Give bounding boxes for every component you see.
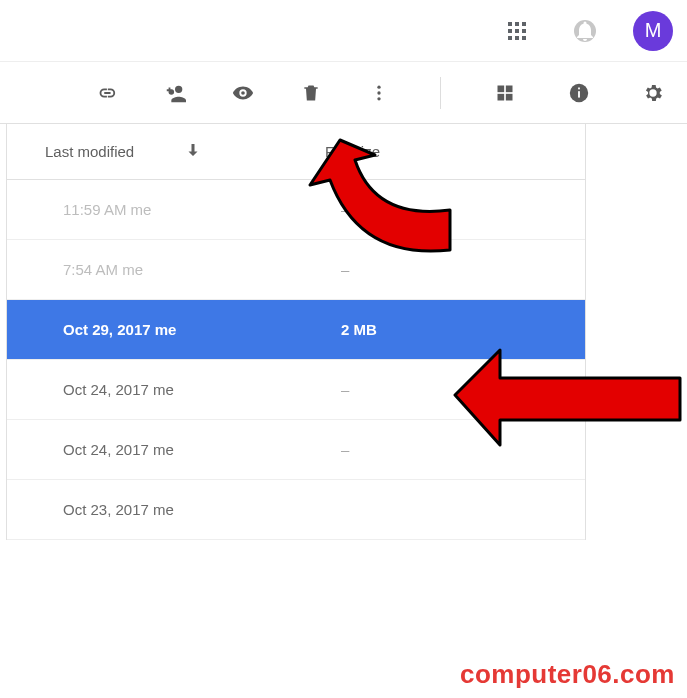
header-bar: M	[0, 0, 687, 62]
svg-rect-8	[522, 36, 526, 40]
preview-button[interactable]	[228, 75, 258, 111]
svg-rect-19	[578, 87, 580, 89]
row-size: –	[341, 201, 585, 218]
table-row[interactable]: Oct 29, 2017 me2 MB	[7, 300, 585, 360]
table-row[interactable]: Oct 24, 2017 me–	[7, 360, 585, 420]
row-size: –	[341, 261, 585, 278]
settings-button[interactable]	[635, 75, 671, 111]
svg-rect-2	[522, 22, 526, 26]
column-header-size[interactable]: File size	[325, 143, 585, 160]
row-size: –	[341, 381, 585, 398]
svg-point-10	[377, 85, 380, 88]
svg-rect-0	[508, 22, 512, 26]
column-header-modified-label: Last modified	[45, 143, 134, 160]
column-header-size-label: File size	[325, 143, 380, 160]
list-header: Last modified File size	[7, 124, 585, 180]
svg-rect-1	[515, 22, 519, 26]
apps-icon[interactable]	[497, 11, 537, 51]
table-row[interactable]: Oct 24, 2017 me–	[7, 420, 585, 480]
table-row[interactable]: Oct 23, 2017 me	[7, 480, 585, 540]
svg-rect-13	[498, 85, 505, 92]
svg-point-12	[377, 97, 380, 100]
table-row[interactable]: 11:59 AM me–	[7, 180, 585, 240]
svg-rect-18	[578, 91, 580, 97]
row-size: 2 MB	[341, 321, 585, 338]
watermark: computer06.com	[460, 659, 675, 690]
more-actions-button[interactable]	[364, 75, 394, 111]
toolbar-separator	[440, 77, 441, 109]
details-button[interactable]	[561, 75, 597, 111]
column-header-modified[interactable]: Last modified	[45, 141, 325, 162]
get-link-button[interactable]	[92, 75, 122, 111]
table-row[interactable]: 7:54 AM me–	[7, 240, 585, 300]
svg-rect-4	[515, 29, 519, 33]
svg-rect-14	[506, 85, 513, 92]
file-list-panel: Last modified File size 11:59 AM me–7:54…	[6, 124, 586, 540]
view-grid-button[interactable]	[487, 75, 523, 111]
avatar-initial: M	[645, 19, 662, 42]
action-toolbar	[0, 62, 687, 124]
notifications-icon[interactable]	[565, 11, 605, 51]
remove-button[interactable]	[296, 75, 326, 111]
sort-arrow-down-icon	[184, 141, 202, 162]
row-size: –	[341, 441, 585, 458]
row-modified: Oct 24, 2017 me	[63, 381, 341, 398]
row-modified: Oct 24, 2017 me	[63, 441, 341, 458]
svg-rect-16	[506, 93, 513, 100]
svg-point-11	[377, 91, 380, 94]
svg-rect-6	[508, 36, 512, 40]
avatar[interactable]: M	[633, 11, 673, 51]
row-modified: 11:59 AM me	[63, 201, 341, 218]
svg-rect-3	[508, 29, 512, 33]
svg-rect-7	[515, 36, 519, 40]
row-modified: Oct 23, 2017 me	[63, 501, 341, 518]
file-rows: 11:59 AM me–7:54 AM me–Oct 29, 2017 me2 …	[7, 180, 585, 540]
row-modified: 7:54 AM me	[63, 261, 341, 278]
row-modified: Oct 29, 2017 me	[63, 321, 341, 338]
svg-rect-15	[498, 93, 505, 100]
share-button[interactable]	[160, 75, 190, 111]
svg-rect-5	[522, 29, 526, 33]
